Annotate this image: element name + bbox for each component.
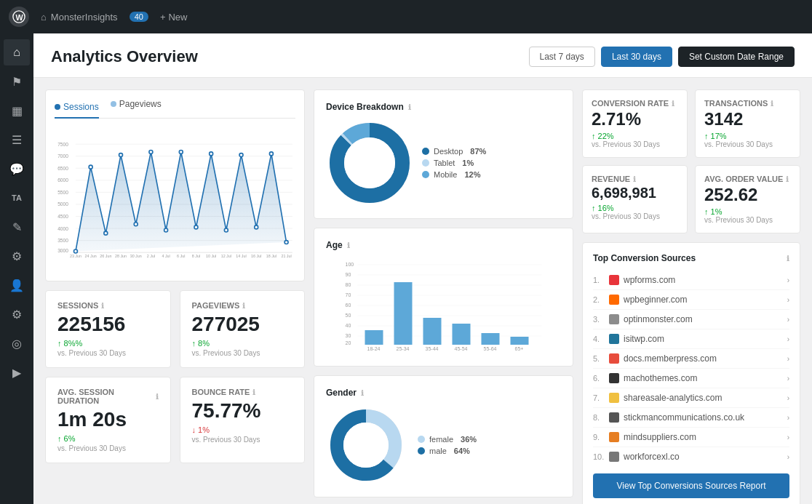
svg-point-37 <box>284 241 288 244</box>
svg-text:20: 20 <box>346 340 351 345</box>
svg-text:18-24: 18-24 <box>367 346 381 351</box>
transactions-card: Transactions ℹ 3142 ↑ 17% vs. Previous 3… <box>695 89 800 158</box>
conversion-info-icon[interactable]: ℹ <box>672 100 674 108</box>
bounce-info-icon[interactable]: ℹ <box>252 388 255 396</box>
pageviews-value: 277025 <box>192 313 293 336</box>
svg-text:24 Jun: 24 Jun <box>85 254 97 258</box>
device-breakdown-title: Device Breakdown <box>326 102 404 112</box>
svg-text:70: 70 <box>346 292 351 297</box>
sidebar-icon-flag[interactable]: ⚑ <box>4 68 30 95</box>
pageviews-label: Pageviews ℹ <box>192 301 293 310</box>
device-breakdown-header: Device Breakdown ℹ <box>326 102 561 112</box>
new-button[interactable]: + New <box>160 12 188 23</box>
sessions-dot <box>55 104 60 110</box>
page-header: Analytics Overview Last 7 days Last 30 d… <box>33 33 812 78</box>
chevron-icon-8: › <box>787 414 789 422</box>
custom-date-range-button[interactable]: Set Custom Date Range <box>678 47 795 67</box>
male-dot <box>418 447 425 455</box>
source-left-4: 4. isitwp.com <box>593 334 664 344</box>
sidebar-icon-home[interactable]: ⌂ <box>4 39 30 65</box>
sessions-tab[interactable]: Sessions <box>55 99 99 119</box>
sources-info-icon[interactable]: ℹ <box>787 255 789 263</box>
stats-row: Sessions ℹ 225156 ↑ 8%% vs. Previous 30 … <box>45 290 305 463</box>
avg-order-card: Avg. Order Value ℹ 252.62 ↑ 1% vs. Previ… <box>695 165 800 233</box>
sessions-info-icon[interactable]: ℹ <box>101 302 104 310</box>
revenue-card: Revenue ℹ 6,698,981 ↑ 16% vs. Previous 3… <box>582 165 688 233</box>
age-info-icon[interactable]: ℹ <box>347 241 350 249</box>
source-item-6[interactable]: 6. machothemes.com › <box>593 369 789 388</box>
device-breakdown-card: Device Breakdown ℹ <box>314 89 573 219</box>
conversion-rate-value: 2.71% <box>592 109 678 129</box>
conversion-rate-vs: vs. Previous 30 Days <box>592 140 678 148</box>
source-item-4[interactable]: 4. isitwp.com › <box>593 329 789 349</box>
svg-text:4000: 4000 <box>57 226 68 231</box>
revenue-value: 6,698,981 <box>592 185 678 201</box>
bounce-rate-label: Bounce Rate ℹ <box>192 388 293 396</box>
avg-session-info-icon[interactable]: ℹ <box>156 393 159 401</box>
middle-column: Device Breakdown ℹ <box>314 89 573 504</box>
gender-info-icon[interactable]: ℹ <box>361 389 364 397</box>
last-30-days-button[interactable]: Last 30 days <box>601 47 672 67</box>
main-content: Analytics Overview Last 7 days Last 30 d… <box>33 33 812 504</box>
svg-point-28 <box>149 150 153 153</box>
sidebar-icon-pencil[interactable]: ✎ <box>4 214 30 240</box>
sidebar-icon-chat[interactable]: 💬 <box>4 156 30 182</box>
sidebar-icon-settings[interactable]: ⚙ <box>4 301 30 327</box>
source-item-9[interactable]: 9. mindsuppliers.com › <box>593 428 789 447</box>
svg-point-36 <box>269 152 273 156</box>
pageviews-vs: vs. Previous 30 Days <box>192 349 293 357</box>
svg-text:35-44: 35-44 <box>426 346 439 351</box>
source-item-10[interactable]: 10. workforcexl.co › <box>593 447 789 466</box>
sidebar-icon-play[interactable]: ▶ <box>4 359 30 385</box>
svg-text:60: 60 <box>346 303 351 308</box>
source-item-1[interactable]: 1. wpforms.com › <box>593 271 789 290</box>
sidebar-icon-circle[interactable]: ◎ <box>4 330 30 356</box>
age-header: Age ℹ <box>326 240 561 250</box>
source-item-7[interactable]: 7. shareasale-analytics.com › <box>593 388 789 408</box>
source-item-8[interactable]: 8. stickmancommunications.co.uk › <box>593 408 789 428</box>
brand-label: MonsterInsights <box>51 12 118 23</box>
svg-text:50: 50 <box>346 313 351 318</box>
gender-donut-chart <box>326 405 406 485</box>
gender-legend: female 36% male 64% <box>418 435 477 455</box>
avg-order-info-icon[interactable]: ℹ <box>786 175 789 183</box>
source-item-2[interactable]: 2. wpbeginner.com › <box>593 290 789 310</box>
last-7-days-button[interactable]: Last 7 days <box>529 47 595 67</box>
pageviews-change: ↑ 8% <box>192 339 293 348</box>
chevron-icon-2: › <box>787 296 789 304</box>
transactions-info-icon[interactable]: ℹ <box>771 100 773 108</box>
svg-point-26 <box>119 153 123 157</box>
svg-text:3000: 3000 <box>57 248 68 253</box>
sidebar-icon-tool[interactable]: ⚙ <box>4 243 30 269</box>
revenue-vs: vs. Previous 30 Days <box>592 212 678 220</box>
sources-list: 1. wpforms.com › 2. wpbeginner.com › 3. … <box>593 271 789 466</box>
sidebar-icon-list[interactable]: ☰ <box>4 127 30 153</box>
page-title: Analytics Overview <box>51 47 198 66</box>
svg-text:65+: 65+ <box>515 346 524 351</box>
bar-18-24 <box>365 330 383 345</box>
source-left-3: 3. optinmonster.com <box>593 314 693 324</box>
pageviews-tab[interactable]: Pageviews <box>111 99 162 112</box>
sidebar-icon-ta[interactable]: TA <box>4 185 30 211</box>
device-info-icon[interactable]: ℹ <box>408 103 411 111</box>
view-report-button[interactable]: View Top Conversions Sources Report <box>593 473 789 498</box>
pageviews-dot <box>111 101 116 107</box>
source-favicon-4 <box>609 334 619 344</box>
sidebar-icon-person[interactable]: 👤 <box>4 272 30 298</box>
source-item-5[interactable]: 5. docs.memberpress.com › <box>593 349 789 369</box>
source-left-9: 9. mindsuppliers.com <box>593 432 696 442</box>
metrics-grid: Conversion Rate ℹ 2.71% ↑ 22% vs. Previo… <box>582 89 800 233</box>
source-favicon-6 <box>609 373 619 383</box>
svg-text:26 Jun: 26 Jun <box>100 254 111 258</box>
source-item-3[interactable]: 3. optinmonster.com › <box>593 310 789 329</box>
sidebar-icon-grid[interactable]: ▦ <box>4 97 30 124</box>
source-favicon-5 <box>609 353 619 364</box>
male-legend: male 64% <box>418 447 477 455</box>
wp-logo-icon: W <box>9 7 29 27</box>
avg-session-vs: vs. Previous 30 Days <box>57 444 159 452</box>
comments-count[interactable]: 40 <box>130 12 148 22</box>
pageviews-info-icon[interactable]: ℹ <box>242 302 245 310</box>
revenue-info-icon[interactable]: ℹ <box>633 175 636 183</box>
bounce-rate-stat: Bounce Rate ℹ 75.77% ↓ 1% vs. Previous 3… <box>180 377 306 463</box>
transactions-change: ↑ 17% <box>704 132 791 140</box>
